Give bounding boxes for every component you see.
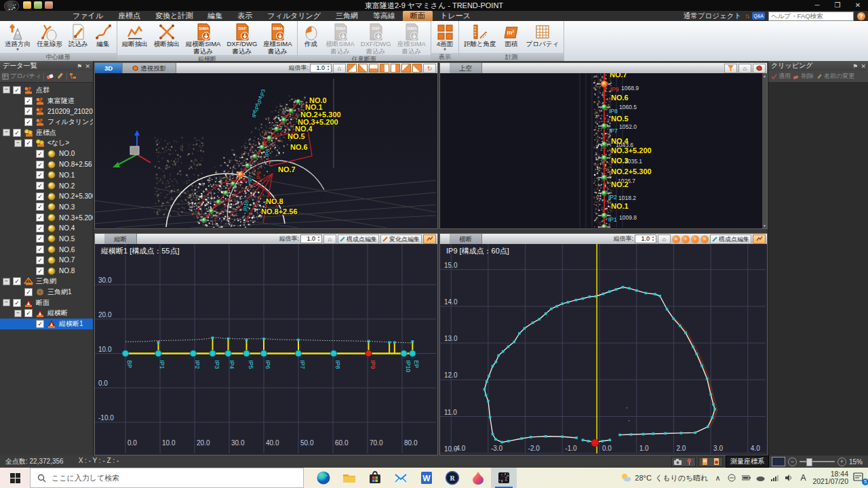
hidden-icons-chevron[interactable]: ∧ [713, 474, 722, 483]
last-section-button[interactable]: » [701, 235, 709, 243]
tab-cross[interactable]: 横断 [450, 234, 482, 244]
dropdown-arrow-icon[interactable]: ▼ [443, 48, 447, 52]
taskbar-app-trendpoint[interactable] [491, 468, 517, 488]
maximize-button[interactable]: ❐ [827, 0, 848, 11]
profile-station-label[interactable]: IP3 [214, 361, 220, 369]
ribbon-button-距離と角度[interactable]: 距離と角度 [461, 22, 499, 53]
help-search-input[interactable] [768, 12, 854, 21]
cross-section-chart[interactable]: -4.0-3.0-2.0-1.00.01.02.03.04.015.014.01… [440, 244, 766, 453]
start-button[interactable] [0, 468, 30, 488]
pencil-icon[interactable] [56, 73, 64, 80]
menu-tab-座標点[interactable]: 座標点 [111, 11, 148, 21]
menu-tab-三角網[interactable]: 三角網 [328, 11, 366, 21]
weather-widget[interactable]: 28°C くもりのち晴れ [620, 473, 708, 483]
tree-item-三角網1[interactable]: ✓三角網1 [0, 287, 93, 298]
viewport-profile-body[interactable]: 0.010.020.030.040.050.060.070.080.090.03… [95, 244, 437, 455]
tree-checkbox[interactable]: ✓ [36, 245, 44, 253]
ribbon-button-任意線形[interactable]: 任意線形 [34, 22, 65, 53]
profile-station-label[interactable]: IP4 [229, 361, 235, 369]
coordinate-system-label[interactable]: 測量座標系 [726, 455, 769, 468]
background-color-swatch[interactable] [772, 457, 785, 466]
tree-expander-icon[interactable]: − [3, 299, 10, 306]
ribbon-button-縦断抽出[interactable]: 縦断抽出 [119, 22, 151, 55]
view-top-icon[interactable] [347, 64, 357, 73]
taskbar-app-drop[interactable] [465, 468, 491, 488]
viewport-3d-body[interactable]: NO.0NO.1NO.2+5.300NO.3+5.200NO.4NO.5NO.6… [95, 73, 437, 228]
tree-item-座標点[interactable]: −✓座標点 [0, 127, 93, 138]
tree-item-点群[interactable]: −✓点群 [0, 85, 93, 96]
profile-station-label[interactable]: IP6 [264, 361, 271, 369]
tab-profile[interactable]: 縦断 [104, 234, 137, 244]
cross-chart-toggle[interactable] [753, 235, 766, 244]
taskbar-app-explorer[interactable] [336, 468, 362, 488]
home-view-button[interactable]: ⌂ [333, 64, 346, 73]
view-left-icon[interactable] [380, 64, 389, 73]
tree-checkbox[interactable]: ✓ [36, 267, 44, 275]
tree-item-210209_210209[interactable]: ✓210209_210209 [0, 106, 93, 117]
first-section-button[interactable]: « [672, 235, 680, 243]
tree-item-縦横断[interactable]: −✓縦横断 [0, 308, 93, 319]
project-mode-label[interactable]: 通常プロジェクト [684, 12, 741, 21]
tree-item-NO.8[interactable]: ✓NO.8 [0, 266, 93, 277]
tree-item-<なし>[interactable]: −✓<なし> [0, 138, 93, 148]
tree-checkbox[interactable]: ✓ [13, 299, 21, 307]
close-button[interactable]: ✕ [848, 0, 868, 11]
pin-icon[interactable]: ⚑ [852, 62, 858, 71]
view-iso2-icon[interactable] [412, 64, 422, 73]
home-view-button[interactable]: ⌂ [658, 235, 671, 244]
tree-checkbox[interactable]: ✓ [36, 320, 44, 328]
tree-item-NO.3+5.200[interactable]: ✓NO.3+5.200 [0, 212, 93, 223]
tree-item-NO.2[interactable]: ✓NO.2 [0, 180, 93, 191]
tree-item-NO.3[interactable]: ✓NO.3 [0, 202, 93, 213]
view-iso-icon[interactable] [401, 64, 411, 73]
view-front-icon[interactable] [358, 64, 368, 73]
menu-tab-変換と計測[interactable]: 変換と計測 [148, 11, 200, 21]
hierarchy-icon[interactable] [69, 73, 77, 80]
profile-station-label[interactable]: IP1 [159, 361, 165, 369]
next-section-button[interactable]: › [691, 235, 699, 243]
tree-item-東富隧道[interactable]: ✓東富隧道 [0, 96, 93, 106]
tab-perspective[interactable]: 透視投影 [123, 63, 176, 73]
edit-component-points-button[interactable]: 構成点編集 [338, 235, 379, 244]
tree-expander-icon[interactable]: − [3, 278, 10, 285]
menu-tab-ファイル[interactable]: ファイル [65, 11, 111, 21]
tree-checkbox[interactable]: ✓ [36, 256, 44, 264]
profile-chart-toggle[interactable] [423, 235, 436, 244]
properties-tool-button[interactable]: プロパティ [2, 72, 41, 81]
tree-checkbox[interactable]: ✓ [36, 203, 44, 211]
help-icon[interactable]: ? [857, 12, 865, 20]
ribbon-button-作成[interactable]: 作成 [300, 22, 323, 55]
close-panel-icon[interactable]: ✕ [861, 62, 866, 71]
onedrive-icon[interactable] [755, 475, 765, 481]
plan-canvas[interactable]: NO.7IP91068.9NO.61060.5IP8NO.51052.0IP7N… [440, 73, 761, 228]
view-right-icon[interactable] [391, 64, 400, 73]
tree-checkbox[interactable]: ✓ [24, 309, 33, 317]
vscale-spinner[interactable]: 1.0▴▾ [635, 235, 656, 243]
tree-checkbox[interactable]: ✓ [36, 214, 44, 222]
profile-station-label[interactable]: IP5 [248, 361, 254, 369]
tree-checkbox[interactable]: ✓ [24, 118, 33, 126]
clip-filter-button[interactable] [724, 64, 737, 73]
ribbon-button-読込み[interactable]: 読込み [66, 22, 91, 53]
ribbon-button-面積[interactable]: m²面積 [500, 22, 523, 53]
scroll-down-icon[interactable]: ▼ [762, 223, 767, 228]
ribbon-button-編集[interactable]: 編集 [92, 22, 115, 53]
tree-checkbox[interactable]: ✓ [36, 150, 44, 158]
capture-view-button[interactable] [753, 64, 766, 73]
tree-checkbox[interactable]: ✓ [24, 288, 33, 296]
zoom-slider[interactable] [800, 461, 835, 462]
tab-plan[interactable]: 上空 [450, 63, 482, 73]
taskbar-app-word[interactable]: W [414, 468, 439, 488]
tree-item-三角網[interactable]: −✓三角網 [0, 276, 93, 287]
profile-station-label[interactable]: IP10 [405, 361, 412, 373]
profile-station-label[interactable]: IP2 [194, 361, 201, 369]
tree-item-NO.0[interactable]: ✓NO.0 [0, 148, 93, 159]
tree-item-NO.7[interactable]: ✓NO.7 [0, 255, 93, 266]
menu-tab-表示[interactable]: 表示 [230, 11, 260, 21]
tree-expander-icon[interactable]: − [3, 129, 10, 136]
ribbon-button-座標SIMA書込み[interactable]: SIMA座標SIMA書込み [260, 22, 294, 55]
profile-station-label[interactable]: IP7 [299, 361, 306, 369]
home-view-button[interactable]: ⌂ [323, 235, 336, 244]
vscale-spinner[interactable]: 1.0▴▾ [300, 235, 322, 243]
tree-checkbox[interactable]: ✓ [24, 97, 33, 105]
